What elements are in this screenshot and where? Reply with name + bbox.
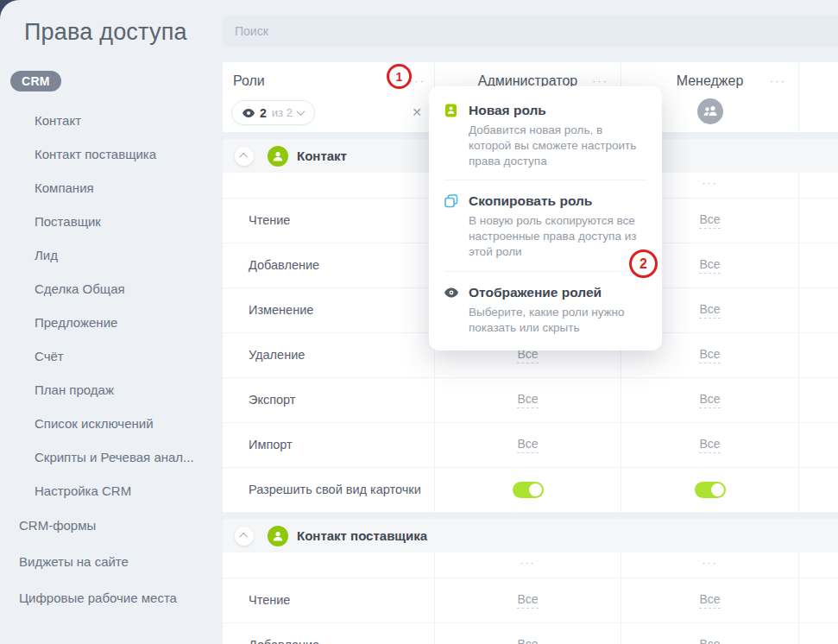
sidebar-item-kontakt-postavshchika[interactable]: Контакт поставщика [0, 137, 223, 171]
permission-row-label: Экспорт [223, 378, 434, 422]
table-row: Чтение Все Все [223, 578, 838, 623]
crm-section-badge: CRM [10, 71, 61, 92]
table-row: Добавление Все Все [223, 623, 838, 644]
chevron-up-icon [239, 153, 248, 161]
permission-row-label: Удаление [223, 333, 434, 377]
column-menu-row: ··· ··· [223, 552, 838, 578]
permission-value-dropdown[interactable]: Все [699, 437, 720, 453]
sidebar-item-spisok-isklyucheniy[interactable]: Список исключений [0, 407, 223, 440]
sidebar-item-postavshchik[interactable]: Поставщик [0, 205, 223, 238]
permission-value-dropdown[interactable]: Все [699, 302, 720, 319]
permission-value-dropdown[interactable]: Все [699, 212, 720, 229]
menu-item-description: Добавится новая роль, в которой вы сможе… [469, 123, 646, 168]
permission-row-label: Импорт [223, 423, 434, 467]
filter-count: 2 [260, 106, 267, 120]
permission-row-label: Добавление [223, 623, 434, 644]
sidebar-item-schyot[interactable]: Счёт [0, 339, 223, 373]
permission-value-dropdown[interactable]: Все [699, 392, 720, 408]
menu-item-show-roles[interactable]: Отображение ролей Выберите, какие роли н… [444, 272, 646, 347]
sidebar-item-skripty-i-rechevaya[interactable]: Скрипты и Речевая анал... [0, 440, 223, 474]
access-rights-page: Права доступа CRM Контакт Контакт постав… [0, 0, 838, 644]
menu-item-description: Выберите, какие роли нужно показать или … [469, 305, 646, 336]
menu-item-copy-role[interactable]: Скопировать роль В новую роль скопируютс… [444, 180, 646, 270]
permission-value-dropdown[interactable]: Все [517, 592, 538, 609]
sidebar-root-nav: CRM-формы Виджеты на сайте Цифровые рабо… [0, 508, 223, 616]
manager-menu-icon[interactable]: ··· [770, 75, 786, 86]
permission-value-dropdown[interactable]: Все [517, 437, 538, 453]
permission-row-label: Чтение [223, 578, 434, 622]
page-title: Права доступа [24, 19, 187, 46]
permission-value-dropdown[interactable]: Все [517, 392, 538, 408]
permission-value-dropdown[interactable]: Все [517, 637, 538, 644]
sidebar-item-sdelka-obshchaya[interactable]: Сделка Общая [0, 272, 223, 306]
permission-value-dropdown[interactable]: Все [699, 592, 720, 609]
section-title: Контакт [297, 148, 347, 163]
sidebar-item-kontakt[interactable]: Контакт [0, 104, 223, 137]
menu-item-description: В новую роль скопируются все настроенные… [469, 213, 646, 259]
administrator-menu-icon[interactable]: ··· [592, 75, 608, 86]
collapse-section-button[interactable] [235, 527, 254, 546]
section-title: Контакт поставщика [297, 528, 427, 543]
menu-item-title: Новая роль [469, 103, 646, 118]
two-person-icon [703, 104, 718, 118]
permission-value-dropdown[interactable]: Все [699, 257, 720, 274]
card-view-toggle-on[interactable] [695, 482, 726, 498]
permission-row-label: Изменение [223, 288, 434, 332]
chevron-up-icon [239, 533, 248, 541]
sidebar-item-nastroyka-crm[interactable]: Настройка CRM [0, 474, 223, 508]
manager-avatar [697, 98, 723, 124]
eye-icon [243, 109, 255, 117]
card-view-toggle-on[interactable] [513, 482, 544, 498]
search-input[interactable] [223, 16, 838, 47]
table-row: Разрешить свой вид карточки [223, 468, 838, 513]
sidebar-item-lid[interactable]: Лид [0, 238, 223, 272]
sidebar: Права доступа CRM Контакт Контакт постав… [0, 0, 223, 644]
permission-value-dropdown[interactable]: Все [699, 347, 720, 363]
cell-menu-icon[interactable]: ··· [435, 558, 621, 568]
cell-menu-icon[interactable]: ··· [621, 558, 798, 568]
annotation-step-1: 1 [387, 64, 412, 89]
chevron-down-icon [296, 107, 305, 116]
permission-value-dropdown[interactable]: Все [699, 637, 720, 644]
sidebar-item-vidzhety-na-sayte[interactable]: Виджеты на сайте [0, 544, 223, 580]
roles-menu-popup: Новая роль Добавится новая роль, в котор… [429, 86, 662, 350]
permission-row-label: Разрешить свой вид карточки [223, 468, 434, 512]
permission-row-label: Добавление [223, 243, 434, 287]
app-window: Права доступа CRM Контакт Контакт постав… [0, 0, 838, 644]
permission-row-label: Чтение [223, 199, 434, 243]
roles-filter-pill[interactable]: 2 из 2 [231, 100, 315, 125]
eye-icon [444, 285, 460, 336]
table-row: Экспорт Все Все [223, 378, 838, 423]
sidebar-item-kompaniya[interactable]: Компания [0, 171, 223, 205]
section-person-icon [268, 146, 288, 167]
sidebar-item-crm-formy[interactable]: CRM-формы [0, 508, 223, 544]
sidebar-crm-nav: Контакт Контакт поставщика Компания Пост… [0, 104, 223, 508]
menu-item-title: Скопировать роль [469, 193, 646, 209]
new-role-icon [444, 103, 460, 168]
sidebar-item-predlozhenie[interactable]: Предложение [0, 306, 223, 339]
search-bar[interactable] [223, 16, 838, 47]
section-person-icon [268, 526, 288, 546]
menu-item-title: Отображение ролей [469, 285, 646, 300]
sidebar-item-plan-prodazh[interactable]: План продаж [0, 373, 223, 407]
roles-column-header: Роли [233, 73, 265, 89]
extra-column [798, 62, 838, 132]
copy-role-icon [444, 193, 460, 259]
filter-of-label: из 2 [272, 106, 293, 119]
annotation-step-2: 2 [629, 249, 658, 278]
menu-item-new-role[interactable]: Новая роль Добавится новая роль, в котор… [444, 90, 646, 180]
table-row: Импорт Все Все [223, 423, 838, 468]
collapse-section-button[interactable] [235, 147, 254, 166]
close-filter-icon[interactable]: ✕ [412, 105, 422, 119]
sidebar-item-tsifrovye-rabochie-mesta[interactable]: Цифровые рабочие места [0, 580, 223, 616]
section-header-kontakt-postavshchika: Контакт поставщика [223, 519, 838, 552]
